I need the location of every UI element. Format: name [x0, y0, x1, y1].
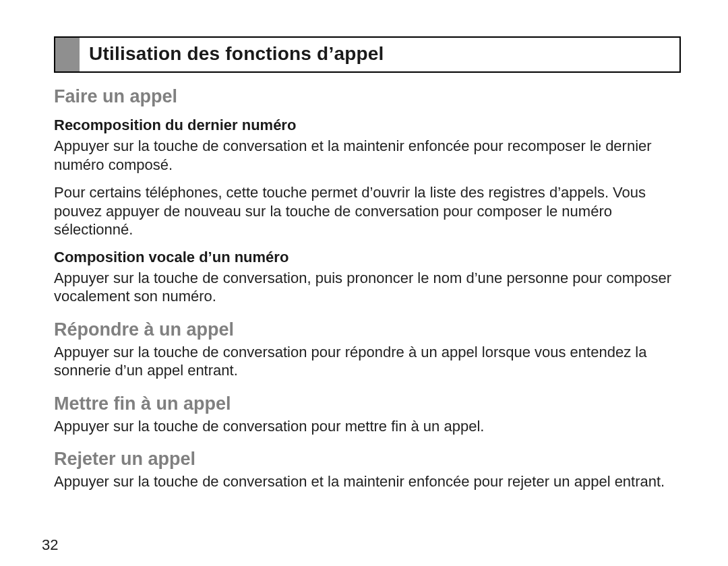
paragraph: Appuyer sur la touche de conversation, p… — [54, 269, 681, 306]
section-heading: Faire un appel — [54, 86, 681, 107]
title-bar: Utilisation des fonctions d’appel — [54, 36, 681, 73]
document-page: Utilisation des fonctions d’appel Faire … — [0, 0, 728, 566]
paragraph: Appuyer sur la touche de conversation po… — [54, 417, 681, 436]
paragraph: Appuyer sur la touche de conversation et… — [54, 137, 681, 174]
subsection-heading: Recomposition du dernier numéro — [54, 117, 681, 134]
section-heading: Mettre fin à un appel — [54, 394, 681, 414]
section-heading: Répondre à un appel — [54, 319, 681, 340]
title-bar-tab — [55, 38, 80, 71]
paragraph: Appuyer sur la touche de conversation po… — [54, 343, 681, 380]
paragraph: Pour certains téléphones, cette touche p… — [54, 183, 681, 239]
section-heading: Rejeter un appel — [54, 449, 681, 470]
page-title: Utilisation des fonctions d’appel — [80, 38, 679, 71]
paragraph: Appuyer sur la touche de conversation et… — [54, 472, 681, 491]
page-number: 32 — [42, 536, 58, 554]
subsection-heading: Composition vocale d’un numéro — [54, 249, 681, 266]
